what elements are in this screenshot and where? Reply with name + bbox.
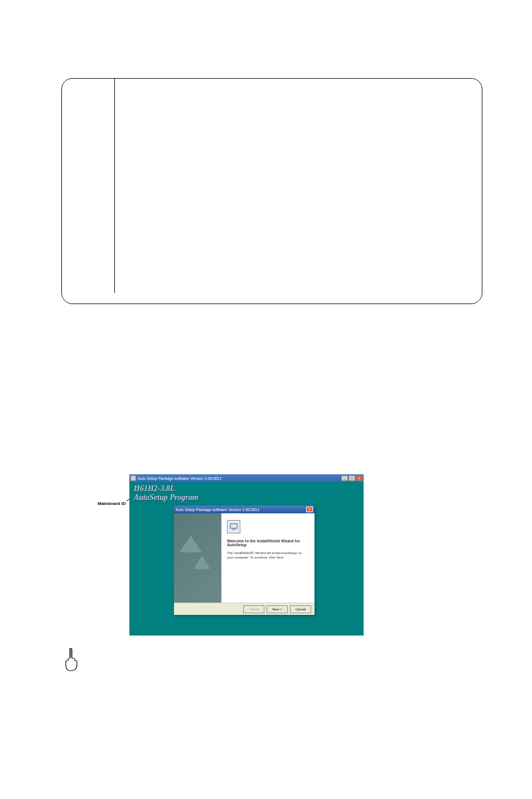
triangle-icon	[180, 536, 202, 552]
mainboard-id-label: Mainboard ID	[98, 501, 126, 506]
svg-rect-0	[230, 524, 237, 528]
dialog-body: Welcome to the InstallShield Wizard for …	[174, 513, 315, 603]
computer-icon	[227, 520, 240, 533]
svg-rect-1	[232, 529, 235, 530]
dialog-sidebar	[174, 513, 221, 603]
dialog-titlebar: Auto Setup Package software Version 2.00…	[174, 506, 315, 513]
next-button[interactable]: Next >	[267, 605, 288, 613]
brand-line1: H61H2-3.8L	[134, 484, 199, 493]
welcome-description: The InstallShield® Wizard will install A…	[227, 551, 309, 560]
brand-line2: AutoSetup Program	[134, 493, 199, 502]
welcome-heading: Welcome to the InstallShield Wizard for …	[227, 539, 309, 547]
dialog-button-bar: < Back Next > Cancel	[174, 603, 315, 615]
triangle-icon-2	[194, 555, 210, 569]
install-dialog: Auto Setup Package software Version 2.00…	[174, 506, 315, 615]
back-button: < Back	[243, 605, 264, 613]
screenshot-container: Auto Setup Package software Version 2.00…	[129, 474, 364, 636]
outer-titlebar: Auto Setup Package software Version 2.00…	[129, 474, 364, 482]
info-box	[61, 78, 482, 304]
maximize-button[interactable]: □	[349, 475, 355, 481]
minimize-button[interactable]: _	[341, 475, 348, 481]
outer-window: Auto Setup Package software Version 2.00…	[129, 474, 364, 636]
app-icon	[130, 475, 136, 481]
brand-text: H61H2-3.8L AutoSetup Program	[134, 484, 199, 502]
close-button[interactable]: ×	[356, 475, 362, 481]
box-divider	[114, 78, 115, 293]
pointing-hand-icon	[61, 647, 81, 672]
cancel-button[interactable]: Cancel	[290, 605, 311, 613]
window-controls: _ □ ×	[341, 475, 362, 481]
installshield-logo	[180, 536, 216, 580]
dialog-title: Auto Setup Package software Version 2.00…	[176, 508, 260, 512]
outer-window-title: Auto Setup Package software Version 2.00…	[138, 476, 222, 480]
dialog-main: Welcome to the InstallShield Wizard for …	[221, 513, 315, 603]
dialog-close-button[interactable]: ×	[306, 507, 313, 512]
